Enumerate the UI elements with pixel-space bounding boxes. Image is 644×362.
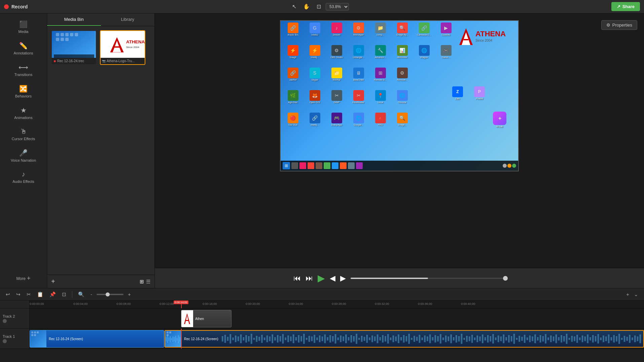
desktop-icon: 📁WinRar — [326, 68, 347, 89]
media-icon: ⬛ — [19, 20, 28, 28]
sidebar-item-cursor-effects[interactable]: 🖱 Cursor Effects — [1, 124, 45, 144]
add-track-btn[interactable]: + — [624, 290, 631, 298]
svg-rect-33 — [169, 331, 171, 333]
step-back-button[interactable]: ⏭ — [306, 274, 313, 283]
athena-logo-preview: ATHENA Since 2004 — [453, 25, 513, 50]
svg-rect-36 — [167, 335, 168, 343]
progress-thumb[interactable] — [503, 276, 508, 281]
svg-rect-186 — [587, 334, 588, 343]
progress-bar[interactable] — [351, 278, 505, 279]
svg-rect-29 — [31, 334, 33, 336]
svg-rect-150 — [492, 334, 494, 344]
tick-3: 0:00:12;00 — [159, 300, 174, 306]
properties-button[interactable]: ⚙ Properties — [601, 20, 637, 30]
zoom-slider[interactable] — [97, 294, 123, 295]
zoom-select[interactable]: 53.8% — [326, 3, 349, 10]
zoom-in-btn[interactable]: + — [126, 290, 133, 298]
desktop-icon: ♪Deezer — [326, 23, 347, 44]
svg-rect-126 — [429, 334, 431, 343]
crop-tool-btn[interactable]: ⊡ — [315, 2, 323, 11]
redo-button[interactable]: ↪ — [14, 290, 22, 298]
add-media-button[interactable]: + — [51, 278, 55, 285]
svg-rect-104 — [371, 335, 373, 342]
sidebar-item-transitions[interactable]: ⟷ Transitions — [1, 60, 45, 80]
track-2-mute[interactable] — [3, 319, 7, 323]
svg-rect-113 — [395, 336, 397, 341]
sidebar-more-btn[interactable]: More + — [0, 272, 47, 285]
svg-rect-138 — [461, 334, 462, 344]
rewind-button[interactable]: ⏮ — [293, 274, 301, 283]
track-2-content[interactable]: Athen — [30, 309, 644, 328]
taskbar-icon2 — [299, 162, 306, 169]
tick-5: 0:00:20;00 — [246, 300, 260, 306]
track-1-mute[interactable] — [3, 339, 7, 343]
svg-rect-7 — [61, 38, 64, 41]
grid-view-button[interactable]: ⊞ — [140, 279, 144, 285]
media-item-athena[interactable]: ATHENA Since 2004 📷 Athena-Logo-Tru... — [100, 30, 145, 65]
next-frame-button[interactable]: ▶ — [340, 274, 346, 283]
desktop-icon: 🔍Snagit By... — [392, 23, 413, 44]
sidebar-item-voice-narration[interactable]: 🎤 Voice Narration — [1, 146, 45, 166]
svg-rect-200 — [623, 336, 625, 342]
track-1-content[interactable]: Rec 12-16-24 (Screen) — [30, 329, 644, 349]
sidebar-item-annotations[interactable]: ✏️ Annotations — [1, 38, 45, 58]
svg-rect-106 — [377, 334, 378, 343]
tab-library[interactable]: Library — [101, 13, 155, 26]
tick-7: 0:00:28;00 — [332, 300, 346, 306]
svg-rect-171 — [547, 337, 549, 340]
svg-rect-179 — [568, 338, 570, 340]
annotations-label: Annotations — [13, 51, 33, 55]
svg-rect-101 — [363, 337, 365, 341]
svg-rect-74 — [293, 334, 294, 343]
svg-rect-44 — [178, 335, 179, 343]
tab-media-bin[interactable]: Media Bin — [47, 13, 101, 26]
athena-clip[interactable]: Athen — [181, 310, 231, 327]
prev-frame-button[interactable]: ◀ — [330, 274, 335, 283]
sidebar-item-media[interactable]: ⬛ Media — [1, 17, 45, 37]
track-options-btn[interactable]: ⌄ — [632, 290, 640, 298]
svg-rect-68 — [277, 335, 279, 343]
desktop-icon: ⚙Remove... — [392, 68, 413, 89]
svg-rect-123 — [421, 337, 423, 340]
svg-rect-137 — [458, 336, 460, 341]
cut-button[interactable]: ✂ — [25, 290, 33, 298]
track-controls: + ⌄ — [624, 290, 640, 298]
list-view-button[interactable]: ☰ — [146, 279, 150, 285]
top-bar-left: Record — [4, 4, 28, 9]
voice-narration-label: Voice Narration — [11, 158, 36, 162]
taskbar-icon1 — [291, 162, 298, 169]
sidebar-item-audio-effects[interactable]: ♪ Audio Effects — [1, 167, 45, 187]
sidebar-item-behaviors[interactable]: 🔀 Behaviors — [1, 81, 45, 102]
svg-rect-136 — [456, 335, 457, 343]
svg-rect-103 — [369, 337, 370, 340]
svg-rect-193 — [605, 336, 607, 341]
svg-rect-35 — [166, 337, 167, 341]
svg-rect-170 — [545, 334, 546, 344]
undo-button[interactable]: ↩ — [4, 290, 12, 298]
animations-label: Animations — [14, 116, 32, 120]
svg-rect-146 — [482, 334, 484, 343]
svg-rect-109 — [385, 336, 386, 341]
svg-rect-94 — [345, 334, 347, 343]
share-button[interactable]: ↗ Share — [611, 2, 640, 11]
copy-button[interactable]: 📋 — [35, 290, 45, 298]
paste-button[interactable]: 📌 — [48, 290, 58, 298]
view-toggle: ⊞ ☰ — [140, 279, 150, 285]
media-item-rec[interactable]: ⏺ Rec 12-16-24.trec — [51, 30, 97, 65]
svg-rect-151 — [495, 337, 497, 340]
svg-rect-169 — [542, 336, 544, 341]
split-button[interactable]: ⊡ — [60, 290, 68, 298]
behaviors-label: Behaviors — [15, 94, 32, 98]
zoom-in-timeline-btn[interactable]: 🔍 — [76, 290, 86, 298]
cursor-tool-btn[interactable]: ↖ — [290, 2, 298, 11]
svg-rect-48 — [224, 335, 226, 343]
rec-clip-1[interactable]: Rec 12-16-24 (Screen) — [30, 330, 164, 348]
rec-clip-2[interactable]: Rec 12-16-24 (Screen) — [165, 330, 644, 348]
svg-rect-199 — [621, 338, 623, 340]
play-button[interactable]: ▶ — [318, 273, 325, 284]
sidebar-item-animations[interactable]: ★ Animations — [1, 103, 45, 123]
zoom-out-btn[interactable]: - — [89, 290, 94, 298]
pan-tool-btn[interactable]: ✋ — [301, 2, 312, 11]
taskbar-icon4 — [316, 162, 322, 169]
svg-rect-108 — [382, 335, 384, 343]
